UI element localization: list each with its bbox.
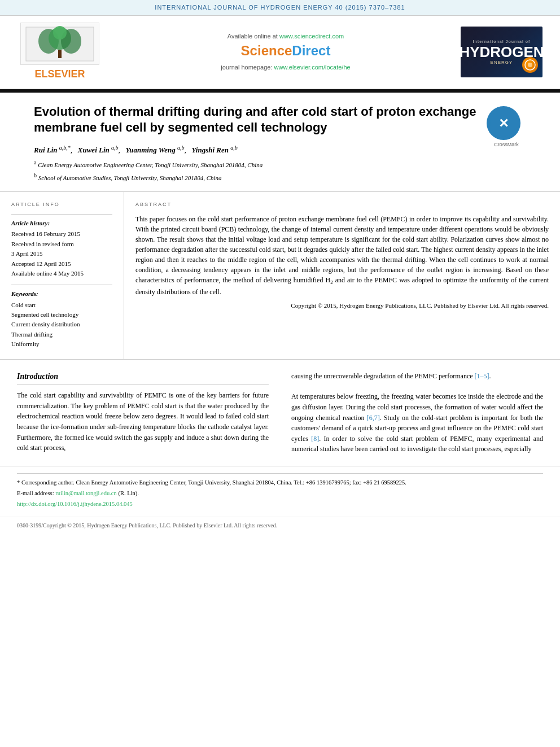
ref-8[interactable]: [8] (311, 435, 319, 443)
svg-rect-4 (58, 50, 62, 58)
hydrogen-energy-logo: International Journal of HYDROGEN ENERGY (461, 27, 542, 77)
svg-point-7 (528, 63, 532, 67)
crossmark-badge[interactable]: ✕ CrossMark (487, 106, 526, 148)
footnotes-area: * Corresponding author. Clean Energy Aut… (0, 466, 560, 517)
body-col-left: Introduction The cold start capability a… (17, 371, 274, 455)
keyword-cold-start: Cold start (11, 301, 112, 309)
article-history-label: Article history: (11, 219, 112, 228)
footer-copyright: 0360-3199/Copyright © 2015, Hydrogen Ene… (0, 517, 560, 534)
crossmark-label: CrossMark (487, 141, 526, 148)
abstract-col: Abstract This paper focuses on the cold … (124, 192, 560, 359)
author-rui-lin: Rui Lin (34, 146, 58, 154)
sciencedirect-logo: ScienceDirect (120, 41, 452, 60)
keyword-thermal-drifting: Thermal drifting (11, 330, 112, 339)
author-yingshi-ren: Yingshi Ren (192, 146, 229, 154)
keywords-label: Keywords: (11, 290, 112, 298)
footnote-doi: http://dx.doi.org/10.1016/j.ijhydene.201… (17, 500, 543, 509)
history-online: Available online 4 May 2015 (11, 269, 112, 278)
elsevier-label: ELSEVIER (34, 67, 85, 81)
journal-logo-subtitle: ENERGY (491, 59, 513, 65)
main-body: Introduction The cold start capability a… (0, 360, 560, 466)
email-link[interactable]: ruilin@mail.tongji.edu.cn (55, 490, 117, 496)
ref-1-5[interactable]: [1–5] (475, 372, 489, 380)
history-accepted: Accepted 12 April 2015 (11, 260, 112, 268)
author-yuanming-weng: Yuanming Weng (126, 146, 176, 154)
footnote-email: E-mail address: ruilin@mail.tongji.edu.c… (17, 489, 543, 498)
abstract-heading: Abstract (135, 201, 549, 208)
journal-logo-circle (522, 57, 538, 73)
abstract-copyright: Copyright © 2015, Hydrogen Energy Public… (135, 302, 549, 310)
article-title: Evolution of thermal drifting during and… (34, 104, 478, 136)
keyword-segmented: Segmented cell technology (11, 311, 112, 319)
history-received: Received 16 February 2015 (11, 230, 112, 238)
footnote-corresponding: * Corresponding author. Clean Energy Aut… (17, 478, 543, 487)
ref-6-7[interactable]: [6,7] (367, 414, 380, 422)
affiliation-b: b School of Automotive Studies, Tongji U… (34, 172, 478, 182)
keyword-current-density: Current density distribution (11, 320, 112, 329)
keywords-section: Keywords: Cold start Segmented cell tech… (11, 285, 112, 348)
author-xuwei-lin: Xuwei Lin (78, 146, 110, 154)
crossmark-icon: ✕ (487, 106, 520, 140)
article-info-abstract: Article Info Article history: Received 1… (0, 192, 560, 359)
svg-text:✕: ✕ (498, 116, 509, 130)
svg-point-5 (53, 26, 67, 40)
journal-logo: International Journal of HYDROGEN ENERGY (461, 27, 551, 77)
authors-line: Rui Lin a,b,*, Xuwei Lin a,b, Yuanming W… (34, 144, 478, 156)
introduction-heading: Introduction (17, 371, 269, 385)
intro-para-1: The cold start capability and survivabil… (17, 390, 269, 453)
title-section: Evolution of thermal drifting during and… (0, 93, 560, 193)
keyword-uniformity: Uniformity (11, 340, 112, 348)
title-main: Evolution of thermal drifting during and… (34, 104, 478, 183)
affiliation-a: a Clean Energy Automotive Engineering Ce… (34, 159, 478, 169)
article-info-heading: Article Info (11, 201, 112, 208)
sciencedirect-link[interactable]: www.sciencedirect.com (279, 33, 344, 40)
publisher-logo: ELSEVIER (9, 23, 111, 81)
body-col-right: causing the unrecoverable degradation of… (286, 371, 543, 455)
elsevier-graphic (20, 23, 99, 65)
history-revised-date: 3 April 2015 (11, 250, 112, 258)
abstract-text: This paper focuses on the cold start per… (135, 214, 549, 297)
history-revised-label: Received in revised form (11, 240, 112, 248)
doi-link[interactable]: http://dx.doi.org/10.1016/j.ijhydene.201… (17, 501, 133, 507)
article-info-col: Article Info Article history: Received 1… (0, 192, 124, 359)
header-center: Available online at www.sciencedirect.co… (111, 32, 461, 72)
journal-homepage: journal homepage: www.elsevier.com/locat… (120, 63, 452, 72)
journal-homepage-link[interactable]: www.elsevier.com/locate/he (274, 64, 351, 71)
journal-header: ELSEVIER Available online at www.science… (0, 16, 560, 89)
intro-para-3: At temperatures below freezing, the free… (291, 391, 543, 455)
intro-para-2: causing the unrecoverable degradation of… (291, 371, 543, 382)
available-text: Available online at www.sciencedirect.co… (120, 32, 452, 41)
top-banner: INTERNATIONAL JOURNAL OF HYDROGEN ENERGY… (0, 0, 560, 16)
